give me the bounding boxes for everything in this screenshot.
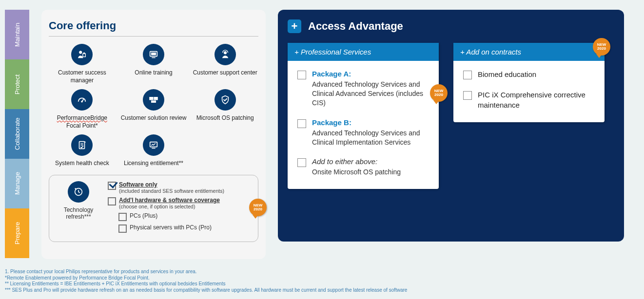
- checkbox-package-a[interactable]: [297, 71, 306, 79]
- svg-point-7: [81, 101, 83, 102]
- new-2020-badge-addon: NEW2020: [593, 38, 610, 56]
- sidebar-tab-prepare[interactable]: Prepare: [5, 208, 29, 258]
- checkbox-package-b[interactable]: [297, 119, 306, 128]
- access-title: Access Advantage: [308, 20, 403, 33]
- svg-rect-10: [151, 101, 156, 103]
- core-offering-panel: Core offering Customer success manager O…: [41, 10, 266, 259]
- sidebar-tab-maintain[interactable]: Maintain: [5, 10, 29, 59]
- monitor-chart-icon: [148, 140, 159, 150]
- person-bag-icon: [77, 49, 87, 60]
- addon-contracts-card: + Add on contracts Biomed education PIC …: [453, 43, 605, 122]
- checkbox-addl-hardware[interactable]: [108, 197, 116, 206]
- prof-services-header: + Professional Services: [288, 43, 439, 61]
- sidebar-tab-manage[interactable]: Manage: [5, 159, 29, 208]
- icon-licensing: Licensing entitlement**: [120, 134, 187, 168]
- core-title: Core offering: [49, 19, 258, 37]
- gauge-icon: [77, 94, 87, 105]
- svg-point-0: [79, 51, 82, 54]
- icon-performancebridge: PerformanceBridgeFocal Point*: [49, 89, 116, 130]
- checkbox-pic-ix-maintenance[interactable]: [463, 91, 472, 100]
- sidebar-tab-collaborate[interactable]: Collaborate: [5, 109, 29, 159]
- checkbox-software-only[interactable]: [108, 182, 116, 190]
- icon-customer-support: Customer support center: [192, 44, 258, 84]
- icon-os-patching: Microsoft OS patching: [192, 89, 258, 130]
- svg-rect-3: [151, 53, 156, 55]
- svg-rect-8: [150, 97, 153, 100]
- multi-screen-icon: [148, 94, 159, 105]
- checkbox-onsite-patching[interactable]: [297, 158, 306, 167]
- icon-solution-review: Customer solution review: [120, 89, 187, 130]
- icon-health-check: System health check: [49, 134, 116, 168]
- checkbox-servers-pro[interactable]: [118, 224, 127, 233]
- clock-refresh-icon: [73, 187, 84, 197]
- new-2020-badge: NEW2020: [249, 199, 267, 216]
- expand-plus-button[interactable]: +: [288, 19, 301, 33]
- checkbox-pcs-plus[interactable]: [118, 213, 127, 221]
- shield-check-icon: [220, 94, 231, 105]
- svg-rect-1: [83, 54, 86, 56]
- svg-point-5: [224, 52, 227, 55]
- svg-rect-14: [150, 142, 157, 147]
- svg-rect-9: [154, 97, 157, 100]
- clipboard-check-icon: [77, 140, 87, 150]
- checkbox-biomed-education[interactable]: [463, 71, 472, 79]
- addon-contracts-header: + Add on contracts: [453, 43, 605, 61]
- monitor-icon: [148, 49, 159, 60]
- footnotes: 1. Please contact your local Philips rep…: [5, 269, 629, 293]
- icon-online-training: Online training: [120, 44, 187, 84]
- technology-refresh-box: Technology refresh*** Software only(incl…: [49, 175, 258, 242]
- professional-services-card: + Professional Services Package A: Advan…: [288, 43, 439, 189]
- access-advantage-panel: + Access Advantage + Professional Servic…: [278, 10, 624, 242]
- headset-person-icon: [220, 49, 231, 60]
- icon-customer-success: Customer success manager: [49, 44, 116, 84]
- new-2020-badge-package-a: NEW2020: [430, 84, 448, 102]
- sidebar-tab-protect[interactable]: Protect: [5, 59, 29, 109]
- category-sidebar: Maintain Protect Collaborate Manage Prep…: [5, 10, 29, 258]
